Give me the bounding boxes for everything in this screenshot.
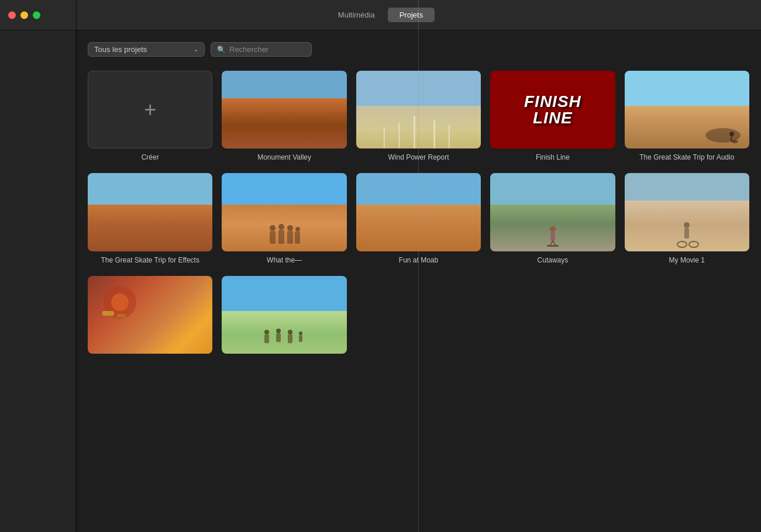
project-label-wind-power: Wind Power Report (388, 153, 449, 161)
project-item10[interactable] (88, 276, 212, 358)
project-monument-valley[interactable]: Monument Valley (222, 71, 346, 161)
project-create[interactable]: + Créer (88, 71, 212, 161)
project-finish-line[interactable]: FINISHLINE Finish Line (490, 71, 615, 161)
svg-point-8 (270, 225, 276, 231)
project-thumb-monument-valley (222, 71, 346, 148)
svg-rect-13 (278, 230, 284, 244)
svg-rect-3 (449, 125, 450, 148)
svg-point-16 (550, 226, 556, 232)
svg-rect-1 (433, 120, 435, 148)
titlebar: Multimédia Projets (0, 0, 761, 30)
svg-point-5 (731, 140, 738, 143)
create-thumb: + (88, 71, 212, 148)
project-label-monument-valley: Monument Valley (257, 153, 311, 161)
project-label-my-movie: My Movie 1 (669, 256, 705, 264)
svg-rect-28 (117, 314, 126, 317)
svg-point-9 (278, 224, 284, 230)
svg-point-11 (295, 227, 300, 232)
project-skate-effects[interactable]: The Great Skate Trip for Effects (88, 173, 212, 264)
search-icon: 🔍 (217, 46, 226, 54)
svg-rect-2 (398, 123, 400, 148)
project-thumb-wind-power (356, 71, 481, 148)
project-thumb-my-movie (625, 173, 749, 251)
project-label-skate-effects: The Great Skate Trip for Effects (101, 256, 199, 264)
svg-point-10 (287, 225, 293, 231)
svg-point-31 (276, 329, 281, 333)
svg-point-35 (299, 331, 302, 335)
project-label-finish-line: Finish Line (536, 153, 570, 161)
project-label-what-the: What the— (267, 256, 302, 264)
projects-grid: + Créer Monument Valley Wind Power Repor (88, 71, 749, 358)
svg-line-7 (731, 136, 732, 141)
close-button[interactable] (8, 11, 16, 19)
project-item11[interactable] (222, 276, 346, 358)
project-thumb-item10 (88, 276, 212, 354)
svg-rect-4 (384, 127, 385, 148)
svg-point-29 (264, 330, 269, 334)
plus-icon: + (144, 99, 156, 120)
project-label-create: Créer (142, 153, 159, 161)
project-thumb-fun-moab (356, 173, 481, 251)
project-wind-power[interactable]: Wind Power Report (356, 71, 481, 161)
svg-rect-0 (414, 116, 415, 148)
svg-rect-17 (550, 232, 555, 241)
filter-select[interactable]: Tous les projets Mes projets Projets par… (88, 42, 205, 57)
svg-rect-12 (270, 231, 276, 244)
project-thumb-finish-line: FINISHLINE (490, 71, 615, 148)
svg-rect-34 (288, 334, 292, 343)
svg-point-6 (729, 132, 734, 136)
svg-rect-14 (287, 231, 293, 244)
tab-group: Multimédia Projets (326, 8, 435, 22)
finish-line-title: FINISHLINE (524, 94, 581, 126)
filter-wrapper: Tous les projets Mes projets Projets par… (88, 42, 205, 57)
project-my-movie[interactable]: My Movie 1 (625, 173, 749, 264)
search-box: 🔍 (211, 42, 312, 57)
main-content[interactable]: Tous les projets Mes projets Projets par… (76, 30, 761, 532)
project-skate-audio[interactable]: The Great Skate Trip for Audio (625, 71, 749, 161)
svg-rect-20 (547, 245, 559, 247)
search-input[interactable] (229, 45, 305, 54)
svg-line-18 (550, 241, 553, 246)
project-what-the[interactable]: What the— (222, 173, 346, 264)
tab-projets[interactable]: Projets (388, 8, 435, 22)
svg-line-19 (553, 241, 556, 246)
svg-point-21 (684, 222, 690, 228)
project-label-skate-audio: The Great Skate Trip for Audio (639, 153, 734, 161)
project-thumb-skate-effects (88, 173, 212, 251)
project-label-cutaways: Cutaways (538, 256, 569, 264)
svg-point-23 (677, 241, 687, 247)
svg-rect-30 (264, 334, 269, 343)
project-cutaways[interactable]: Cutaways (490, 173, 615, 264)
project-thumb-cutaways (490, 173, 615, 251)
sidebar (0, 30, 76, 532)
svg-point-33 (288, 330, 292, 334)
svg-rect-22 (684, 228, 689, 239)
project-thumb-skate-audio (625, 71, 749, 148)
project-fun-moab[interactable]: Fun at Moab (356, 173, 481, 264)
tab-multimedia[interactable]: Multimédia (326, 8, 387, 22)
svg-point-26 (111, 293, 129, 311)
project-thumb-what-the (222, 173, 346, 251)
minimize-button[interactable] (20, 11, 28, 19)
maximize-button[interactable] (33, 11, 40, 19)
toolbar-row: Tous les projets Mes projets Projets par… (88, 42, 749, 57)
project-label-fun-moab: Fun at Moab (399, 256, 438, 264)
svg-rect-36 (299, 335, 302, 342)
svg-point-24 (689, 241, 698, 247)
project-thumb-item11 (222, 276, 346, 354)
svg-rect-27 (102, 311, 114, 316)
svg-rect-15 (295, 232, 300, 244)
svg-rect-32 (276, 333, 281, 342)
traffic-lights (8, 11, 40, 19)
